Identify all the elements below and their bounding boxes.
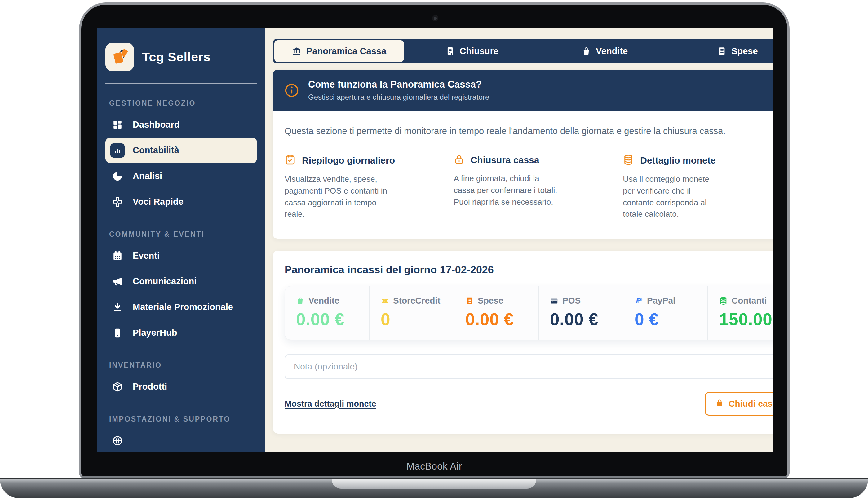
trackpad-notch xyxy=(332,480,536,489)
sidebar-item-label: Prodotti xyxy=(133,382,167,392)
sidebar-item-label: Dashboard xyxy=(133,120,179,130)
coins-icon xyxy=(623,154,634,167)
sidebar-item-voci-rapide[interactable]: Voci Rapide xyxy=(105,189,257,214)
stat-label: PayPal xyxy=(647,296,676,306)
stat-value: 0 xyxy=(381,310,454,329)
tcg-cards-icon xyxy=(105,43,134,71)
note-input[interactable] xyxy=(284,354,773,379)
feature-list: Riepilogo giornaliero Visualizza vendite… xyxy=(284,154,773,220)
receipt-icon xyxy=(446,47,455,56)
feature-chiusura: Chiusura cassa A fine giornata, chiudi l… xyxy=(454,154,623,220)
sidebar-item-prodotti[interactable]: Prodotti xyxy=(105,374,257,399)
calendar-check-icon xyxy=(284,154,296,167)
stat-vendite: Vendite 0.00 € xyxy=(285,287,370,340)
info-panel-title: Come funziona la Panoramica Cassa? xyxy=(308,79,489,90)
brand: Tcg Sellers xyxy=(105,43,257,71)
sidebar-section-label: COMMUNITY & EVENTI xyxy=(109,230,257,238)
dpad-icon xyxy=(110,195,125,209)
sidebar-item-comunicazioni[interactable]: Comunicazioni xyxy=(105,268,257,294)
sidebar-item-label: Eventi xyxy=(133,251,159,261)
lock-icon xyxy=(454,154,464,166)
stat-paypal: PP PayPal 0 € xyxy=(623,287,708,340)
sidebar-section-inventario: INVENTARIO Prodotti xyxy=(105,361,257,399)
sidebar-section-gestione-negozio: GESTIONE NEGOZIO Dashboard Contabi xyxy=(105,99,257,214)
feature-text: Visualizza vendite, spese, pagamenti POS… xyxy=(284,173,396,220)
feature-dettaglio: Dettaglio monete Usa il conteggio monete… xyxy=(623,154,773,220)
feature-text: Usa il conteggio monete per verificare c… xyxy=(623,173,722,220)
sidebar-item-label: Voci Rapide xyxy=(133,197,183,207)
info-panel: Come funziona la Panoramica Cassa? Gesti… xyxy=(273,70,773,239)
tab-label: Vendite xyxy=(596,46,628,56)
stat-label: Contanti xyxy=(731,296,767,306)
sidebar-section-impostazioni: IMPOSTAZIONI & SUPPORTO xyxy=(105,415,257,451)
sidebar-item-dashboard[interactable]: Dashboard xyxy=(105,112,257,137)
sidebar-item-materiale-promozionale[interactable]: Materiale Promozionale xyxy=(105,294,257,320)
stat-label: POS xyxy=(562,296,580,306)
close-register-button[interactable]: Chiudi cassa xyxy=(705,392,773,416)
stat-label: StoreCredit xyxy=(393,296,440,306)
daily-overview-card: Panoramica incassi del giorno 17-02-2026… xyxy=(273,251,773,434)
tab-chiusure[interactable]: Chiusure xyxy=(407,40,537,62)
info-panel-subtitle: Gestisci apertura e chiusura giornaliera… xyxy=(308,93,489,102)
feature-title: Chiusura cassa xyxy=(471,155,539,166)
feature-title: Dettaglio monete xyxy=(640,155,715,166)
bank-icon xyxy=(292,47,301,56)
sidebar-item-label: Analisi xyxy=(133,171,162,181)
shopping-bag-icon xyxy=(296,297,304,305)
sidebar-item-analisi[interactable]: Analisi xyxy=(105,163,257,189)
stats-row: Vendite 0.00 € StoreCredit 0 xyxy=(284,286,773,340)
sidebar-item-label: Contabilità xyxy=(133,145,179,156)
show-coin-details-link[interactable]: Mostra dettagli monete xyxy=(284,399,376,409)
dashboard-grid-icon xyxy=(110,118,125,132)
sidebar-divider xyxy=(105,83,257,83)
coins-icon xyxy=(719,297,728,305)
download-icon xyxy=(110,300,125,314)
feature-text: A fine giornata, chiudi la cassa per con… xyxy=(454,173,561,208)
sidebar-item-eventi[interactable]: Eventi xyxy=(105,243,257,268)
stat-spese: Spese 0.00 € xyxy=(454,287,539,340)
tab-spese[interactable]: Spese xyxy=(673,40,773,62)
shopping-bag-icon xyxy=(582,47,591,56)
svg-text:P: P xyxy=(636,297,641,305)
info-panel-heading: Come funziona la Panoramica Cassa? Gesti… xyxy=(308,79,489,102)
list-icon xyxy=(717,47,726,56)
app-screen: Tcg Sellers GESTIONE NEGOZIO Dashboard xyxy=(97,28,773,451)
sidebar-item-label: Materiale Promozionale xyxy=(133,302,233,312)
sidebar-section-community: COMMUNITY & EVENTI Eventi xyxy=(105,230,257,346)
stat-label: Spese xyxy=(478,296,503,306)
sidebar: Tcg Sellers GESTIONE NEGOZIO Dashboard xyxy=(97,28,265,451)
info-panel-header[interactable]: Come funziona la Panoramica Cassa? Gesti… xyxy=(273,70,773,111)
bar-chart-icon xyxy=(110,143,125,158)
tab-panoramica-cassa[interactable]: Panoramica Cassa xyxy=(275,40,404,62)
stat-contanti: Contanti 150.00 € xyxy=(708,287,773,340)
stat-value: 0.00 € xyxy=(550,310,623,329)
main-content: Panoramica Cassa Chiusure xyxy=(265,28,773,451)
tab-vendite[interactable]: Vendite xyxy=(540,40,669,62)
pie-chart-icon xyxy=(110,169,125,183)
info-panel-body: Questa sezione ti permette di monitorare… xyxy=(273,111,773,239)
tab-label: Chiusure xyxy=(460,46,499,56)
ticket-icon xyxy=(381,297,389,305)
paypal-icon: PP xyxy=(635,297,643,305)
tab-label: Panoramica Cassa xyxy=(306,46,386,56)
sidebar-item-contabilita[interactable]: Contabilità xyxy=(105,137,257,163)
megaphone-icon xyxy=(110,274,125,289)
sidebar-section-label: IMPOSTAZIONI & SUPPORTO xyxy=(109,415,257,423)
lock-icon xyxy=(715,398,724,409)
laptop-deck xyxy=(0,479,868,498)
sidebar-item-partial[interactable] xyxy=(105,428,257,451)
stat-label: Vendite xyxy=(308,296,340,306)
close-register-label: Chiudi cassa xyxy=(728,399,773,409)
feature-title: Riepilogo giornaliero xyxy=(302,155,395,166)
sidebar-section-label: GESTIONE NEGOZIO xyxy=(109,99,257,107)
feature-riepilogo: Riepilogo giornaliero Visualizza vendite… xyxy=(284,154,454,220)
tab-bar: Panoramica Cassa Chiusure xyxy=(273,39,773,64)
sidebar-item-label: PlayerHub xyxy=(133,328,177,338)
info-icon xyxy=(284,83,299,97)
sidebar-item-label: Comunicazioni xyxy=(133,276,196,287)
sidebar-item-playerhub[interactable]: PlayerHub xyxy=(105,320,257,346)
daily-card-title: Panoramica incassi del giorno 17-02-2026 xyxy=(284,264,773,276)
stat-value: 0.00 € xyxy=(296,310,369,329)
stat-value: 150.00 € xyxy=(719,310,773,329)
stat-pos: POS 0.00 € xyxy=(539,287,623,340)
